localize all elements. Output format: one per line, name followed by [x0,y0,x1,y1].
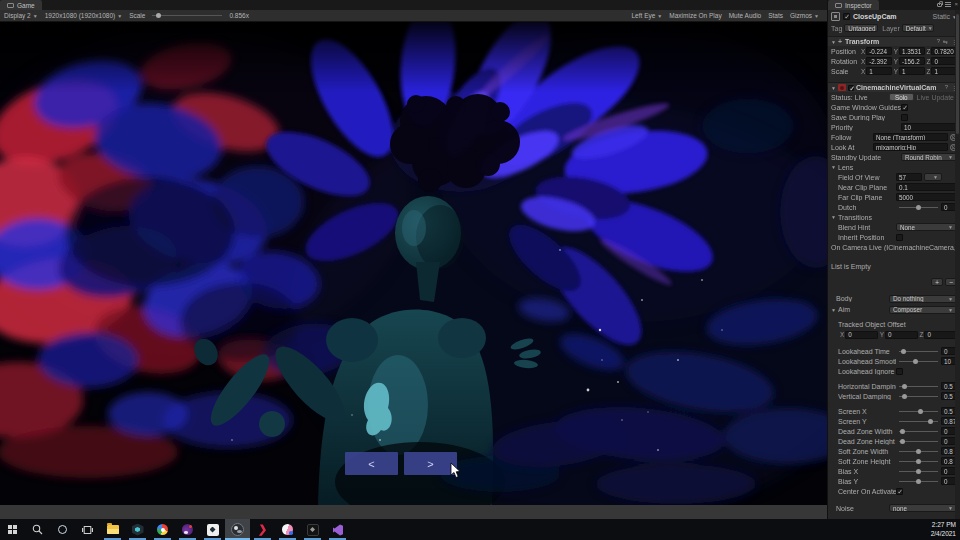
inspector-content: CloseUpCam Static▼ Tag Untagged▼ Layer D… [828,10,960,513]
lookahead-ignore-checkbox[interactable] [896,368,903,375]
taskbar-app-unity-hub[interactable] [125,519,150,540]
standby-update-dropdown[interactable]: Round Robin▼ [901,153,957,161]
vertical-damping-row: Vertical Damping 0.5 [828,391,960,401]
bias-y-slider[interactable] [899,477,938,485]
scale-y-field[interactable]: 1 [899,67,925,75]
dutch-slider[interactable] [899,203,938,211]
bias-x-slider[interactable] [899,467,938,475]
taskbar-app-chrome[interactable] [150,519,175,540]
gizmos-dropdown[interactable]: Gizmos▼ [790,12,819,19]
top-vignette [0,22,827,92]
cortana-button[interactable] [50,519,75,540]
game-window-guides-checkbox[interactable] [901,104,908,111]
dead-zone-height-slider[interactable] [899,437,938,445]
taskbar-app-file-explorer[interactable] [100,519,125,540]
body-label: Body [831,295,889,302]
help-icon[interactable]: ? [937,38,940,45]
position-z-field[interactable]: 0.7820 [931,47,957,55]
scale-slider[interactable] [152,12,222,20]
soft-zone-height-slider[interactable] [899,457,938,465]
taskbar-app-rider[interactable]: ❯ [250,519,275,540]
taskbar-app-visual-studio[interactable] [325,519,350,540]
rotation-row: Rotation X-2.392 Y-156.2 Z0 [828,56,960,66]
active-checkbox[interactable] [843,13,850,20]
position-y-field[interactable]: 1.3531 [899,47,925,55]
lens-foldout[interactable]: ▼Lens [828,162,960,172]
lock-icon[interactable] [937,3,942,7]
vcam-enabled-checkbox[interactable] [848,85,854,91]
rotation-y-field[interactable]: -156.2 [899,57,925,65]
scale-z-field[interactable]: 1 [931,67,957,75]
follow-label: Follow [831,134,873,141]
tracked-z-field[interactable]: 0 [924,331,957,339]
near-clip-field[interactable]: 0.1 [896,183,957,191]
position-x-field[interactable]: -0.224 [866,47,892,55]
dead-zone-width-slider[interactable] [899,427,938,435]
mute-audio-toggle[interactable]: Mute Audio [729,12,762,19]
lookahead-time-slider[interactable] [899,347,938,355]
menu-icon[interactable] [945,2,951,7]
taskbar-app-unity-dark[interactable] [300,519,325,540]
close-icon[interactable]: × [954,1,958,7]
far-clip-row: Far Clip Plane 5000 [828,192,960,202]
presets-icon[interactable]: ⇆ [943,38,948,45]
fov-field[interactable]: 57 [896,173,922,181]
taskbar-app-media[interactable] [175,519,200,540]
add-button[interactable]: + [931,278,943,286]
static-dropdown[interactable]: Static▼ [933,13,957,20]
resolution-dropdown[interactable]: 1920x1080 (1920x1080)▼ [45,12,122,19]
lookahead-smoothing-slider[interactable] [899,357,938,365]
scale-slider-knob[interactable] [156,13,161,18]
search-button[interactable] [25,519,50,540]
far-clip-field[interactable]: 5000 [896,193,957,201]
taskbar-app-unity-editor[interactable] [200,519,225,540]
priority-label: Priority [831,124,901,131]
center-on-activate-checkbox[interactable] [896,488,903,495]
noise-dropdown[interactable]: none▼ [889,504,957,512]
taskbar-clock[interactable]: 2:27 PM 2/4/2021 [931,521,956,538]
help-icon[interactable]: ? [945,84,948,91]
tab-inspector[interactable]: Inspector [828,0,879,10]
fov-preset-dropdown[interactable]: ▼ [924,173,942,181]
vertical-damping-slider[interactable] [899,392,938,400]
horizontal-damping-slider[interactable] [899,382,938,390]
tag-dropdown[interactable]: Untagged▼ [844,24,878,32]
body-dropdown[interactable]: Do nothing▼ [889,295,957,303]
taskbar-app-paint3d[interactable] [275,519,300,540]
scale-x-field[interactable]: 1 [866,67,892,75]
aim-dropdown[interactable]: Composer▼ [889,306,957,314]
inspector-scrollbar[interactable] [955,10,960,519]
inherit-position-checkbox[interactable] [896,234,903,241]
unity-project-icon [307,524,319,536]
priority-field[interactable]: 10 [901,123,957,131]
object-name[interactable]: CloseUpCam [853,13,897,20]
layer-dropdown[interactable]: Default▼ [902,24,934,32]
task-view-button[interactable] [75,519,100,540]
save-during-play-checkbox[interactable] [901,114,908,121]
look-at-field[interactable]: mixamorig:Hip [873,143,948,151]
maximize-on-play-toggle[interactable]: Maximize On Play [669,12,721,19]
left-eye-dropdown[interactable]: Left Eye▼ [631,12,662,19]
blend-hint-dropdown[interactable]: None▼ [896,223,957,231]
soft-zone-width-slider[interactable] [899,447,938,455]
stats-toggle[interactable]: Stats [768,12,783,19]
tracked-y-field[interactable]: 0 [885,331,918,339]
tracked-x-field[interactable]: 0 [845,331,878,339]
follow-field[interactable]: None (Transform) [873,133,948,141]
aim-label: Aim [838,306,889,313]
tracked-offset-row: X0 Y0 Z0 [828,329,960,340]
taskbar-app-obs[interactable] [225,519,250,540]
start-button[interactable] [0,519,25,540]
transform-header[interactable]: ▼ + Transform ?⇆⋮ [828,36,960,46]
screen-x-slider[interactable] [899,407,938,415]
vcam-header[interactable]: ▼ CinemachineVirtualCam ?⋮ [828,82,960,92]
solo-button[interactable]: Solo [889,93,914,101]
screen-y-slider[interactable] [899,417,938,425]
rotation-z-field[interactable]: 0 [931,57,957,65]
scrollbar-thumb[interactable] [956,14,959,134]
transitions-foldout[interactable]: ▼Transitions [828,212,960,222]
rotation-x-field[interactable]: -2.392 [866,57,892,65]
display-dropdown[interactable]: Display 2▼ [4,12,38,19]
tab-game[interactable]: Game [0,0,42,10]
prev-button[interactable]: < [345,452,398,475]
